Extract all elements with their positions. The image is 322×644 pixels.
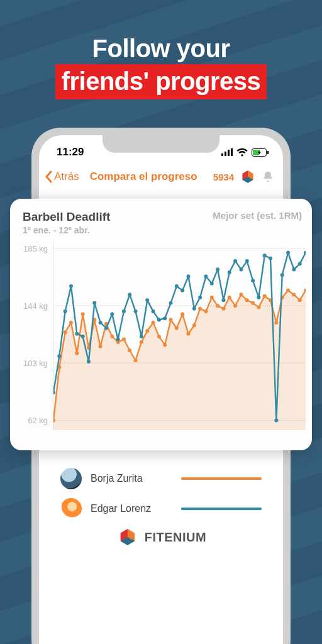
svg-point-63 <box>99 321 103 325</box>
svg-point-29 <box>157 335 161 338</box>
svg-point-87 <box>239 267 243 271</box>
avatar <box>60 468 82 489</box>
svg-point-23 <box>122 338 126 341</box>
wifi-icon <box>236 148 248 157</box>
points-count[interactable]: 5934 <box>213 172 234 182</box>
svg-point-21 <box>110 335 114 338</box>
svg-point-28 <box>152 321 155 325</box>
app-logo-icon[interactable] <box>242 170 254 183</box>
svg-point-42 <box>233 304 237 308</box>
svg-point-83 <box>216 267 219 271</box>
legend: Borja Zurita Edgar Lorenz <box>39 468 283 528</box>
metric-label[interactable]: Mejor set (est. 1RM) <box>213 210 302 221</box>
svg-point-74 <box>163 316 167 320</box>
chevron-left-icon <box>44 170 53 183</box>
svg-point-33 <box>180 313 184 316</box>
y-tick-label: 185 kg <box>23 244 48 253</box>
svg-point-69 <box>134 309 138 313</box>
exercise-title: Barbell Deadlift <box>23 210 110 224</box>
svg-point-19 <box>99 345 103 348</box>
svg-point-40 <box>221 307 225 311</box>
svg-point-24 <box>128 348 131 352</box>
svg-rect-0 <box>221 153 223 156</box>
svg-point-37 <box>204 309 208 313</box>
svg-point-94 <box>280 273 284 277</box>
svg-point-67 <box>122 309 126 313</box>
svg-point-44 <box>245 298 249 302</box>
svg-point-96 <box>292 267 296 271</box>
svg-point-31 <box>169 318 173 321</box>
y-axis-labels: 62 kg103 kg144 kg185 kg <box>19 242 50 430</box>
svg-point-61 <box>87 360 91 364</box>
svg-point-70 <box>140 335 143 338</box>
svg-point-62 <box>92 301 96 305</box>
svg-point-15 <box>75 352 79 355</box>
svg-point-80 <box>198 296 202 299</box>
chart[interactable]: 62 kg103 kg144 kg185 kg <box>19 242 306 430</box>
legend-swatch-orange <box>181 477 262 480</box>
svg-rect-3 <box>231 148 233 156</box>
y-tick-label: 62 kg <box>28 416 48 425</box>
headline-highlight: friends' progress <box>55 64 267 99</box>
brand-logo-icon <box>119 529 136 545</box>
svg-point-66 <box>116 338 120 341</box>
nav-bar: Atrás Compara el progreso 5934 <box>39 162 283 189</box>
svg-point-27 <box>145 329 149 333</box>
status-time: 11:29 <box>57 146 84 158</box>
bell-icon[interactable] <box>262 170 274 183</box>
svg-point-36 <box>198 307 202 311</box>
svg-point-52 <box>292 292 296 296</box>
svg-point-32 <box>175 326 179 330</box>
svg-point-78 <box>186 275 190 279</box>
cellular-icon <box>221 148 233 156</box>
svg-point-57 <box>64 309 67 313</box>
svg-point-92 <box>269 257 272 260</box>
svg-point-59 <box>75 332 79 336</box>
svg-point-71 <box>145 298 149 302</box>
battery-charging-icon <box>252 148 269 157</box>
svg-point-79 <box>192 307 196 311</box>
svg-point-95 <box>286 251 290 255</box>
brand-name: FITENIUM <box>145 530 206 545</box>
svg-point-49 <box>274 321 278 325</box>
svg-point-77 <box>180 289 184 292</box>
svg-point-85 <box>228 270 231 274</box>
svg-point-68 <box>128 292 131 296</box>
svg-point-86 <box>233 259 237 263</box>
svg-point-84 <box>221 298 225 302</box>
status-icons <box>221 148 269 157</box>
svg-point-38 <box>210 296 214 299</box>
date-range: 1º ene. - 12º abr. <box>19 224 306 235</box>
svg-rect-1 <box>225 152 226 156</box>
svg-point-16 <box>81 313 85 316</box>
svg-point-51 <box>286 289 290 292</box>
svg-point-26 <box>140 340 143 344</box>
svg-point-41 <box>228 296 231 299</box>
svg-point-88 <box>245 259 249 263</box>
back-button[interactable]: Atrás <box>44 170 79 183</box>
legend-row-user1[interactable]: Borja Zurita <box>60 468 262 489</box>
nav-title: Compara el progreso <box>78 170 209 183</box>
svg-point-93 <box>274 418 278 422</box>
svg-point-56 <box>57 354 61 358</box>
plot-area <box>53 242 306 430</box>
svg-point-58 <box>69 284 73 288</box>
svg-point-46 <box>257 305 260 309</box>
svg-rect-6 <box>267 151 269 154</box>
svg-point-98 <box>304 251 306 255</box>
y-tick-label: 144 kg <box>23 301 48 311</box>
svg-point-76 <box>175 284 179 288</box>
svg-point-13 <box>64 330 67 334</box>
svg-point-75 <box>169 301 173 305</box>
y-tick-label: 103 kg <box>23 358 48 368</box>
svg-point-43 <box>239 292 243 296</box>
legend-name: Edgar Lorenz <box>91 503 172 514</box>
legend-row-user2[interactable]: Edgar Lorenz <box>60 498 262 519</box>
phone-notch <box>103 135 219 153</box>
svg-point-65 <box>110 313 114 316</box>
brand-footer: FITENIUM <box>39 529 283 545</box>
svg-point-55 <box>53 391 55 394</box>
svg-point-30 <box>163 343 167 347</box>
svg-point-25 <box>134 358 138 362</box>
svg-point-64 <box>104 326 108 330</box>
